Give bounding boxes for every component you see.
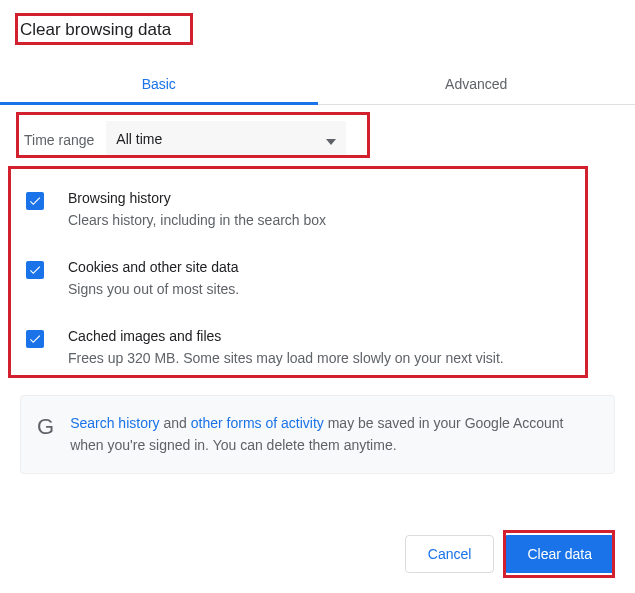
checkbox-browsing-history[interactable] [26, 192, 44, 210]
time-range-select[interactable]: All time [106, 121, 346, 158]
tabs: Basic Advanced [0, 62, 635, 105]
cancel-button[interactable]: Cancel [405, 535, 495, 573]
link-search-history[interactable]: Search history [70, 415, 159, 431]
google-icon: G [37, 414, 54, 440]
tab-basic[interactable]: Basic [0, 62, 318, 104]
dialog-footer: Cancel Clear data [405, 535, 615, 573]
clear-data-button[interactable]: Clear data [504, 535, 615, 573]
option-desc: Frees up 320 MB. Some sites may load mor… [68, 348, 609, 369]
time-range-row: Time range All time [20, 109, 615, 170]
option-desc: Signs you out of most sites. [68, 279, 609, 300]
notice-text: Search history and other forms of activi… [70, 412, 598, 457]
option-title: Browsing history [68, 190, 609, 206]
time-range-label: Time range [24, 132, 94, 148]
dialog-title: Clear browsing data [20, 20, 171, 40]
options-list: Browsing history Clears history, includi… [20, 170, 615, 387]
checkbox-cached[interactable] [26, 330, 44, 348]
checkbox-cookies[interactable] [26, 261, 44, 279]
option-cached: Cached images and files Frees up 320 MB.… [22, 314, 613, 383]
notice-mid1: and [160, 415, 191, 431]
option-title: Cached images and files [68, 328, 609, 344]
time-range-value[interactable]: All time [106, 121, 346, 158]
option-cookies: Cookies and other site data Signs you ou… [22, 245, 613, 314]
tab-advanced[interactable]: Advanced [318, 62, 636, 104]
option-title: Cookies and other site data [68, 259, 609, 275]
option-browsing-history: Browsing history Clears history, includi… [22, 176, 613, 245]
google-notice: G Search history and other forms of acti… [20, 395, 615, 474]
option-desc: Clears history, including in the search … [68, 210, 609, 231]
link-other-activity[interactable]: other forms of activity [191, 415, 324, 431]
